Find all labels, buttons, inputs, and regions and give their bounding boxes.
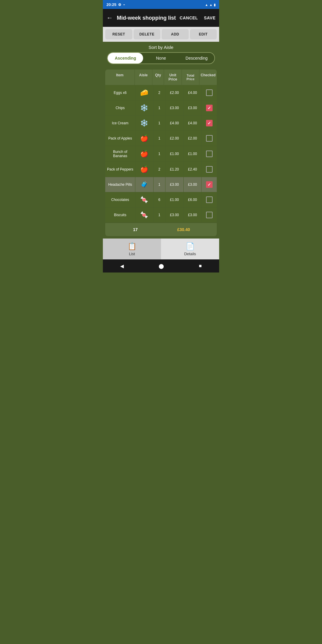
cell-item: Bunch of Bananas <box>105 146 135 162</box>
reset-button[interactable]: RESET <box>105 29 132 39</box>
cell-checked[interactable] <box>202 100 217 115</box>
table-row: Pack of Apples 🍎 1 £2.00 £2.00 <box>105 131 217 146</box>
checkbox[interactable] <box>206 105 213 111</box>
table-footer: 17 £30.40 <box>105 222 217 236</box>
cell-item: Pack of Peppers <box>105 162 135 177</box>
cell-qty: 1 <box>154 208 165 222</box>
aisle-icon: 🧳 <box>140 181 148 188</box>
save-button[interactable]: SAVE <box>204 16 216 20</box>
cell-aisle: 🧀 <box>135 85 154 100</box>
cell-item: Pack of Apples <box>105 131 135 146</box>
details-icon: 📄 <box>186 242 195 250</box>
cell-item: Chocolates <box>105 192 135 207</box>
list-icon: 📋 <box>128 242 137 250</box>
nav-details[interactable]: 📄 Details <box>161 239 219 259</box>
sort-label: Sort by Aisle <box>107 45 215 50</box>
dots-icon <box>123 2 124 7</box>
col-total-price-label: Total <box>187 74 194 77</box>
aisle-icon: 🍬 <box>140 211 148 219</box>
checkbox[interactable] <box>206 196 213 203</box>
col-item: Item <box>105 69 135 85</box>
cell-checked[interactable] <box>202 116 217 131</box>
sort-ascending[interactable]: Ascending <box>108 53 143 64</box>
status-bar-right <box>205 2 216 7</box>
sort-section: Sort by Aisle Ascending None Descending <box>103 42 219 67</box>
cell-qty: 2 <box>154 85 165 100</box>
toolbar: RESET DELETE ADD EDIT <box>103 27 219 42</box>
aisle-icon: 🍎 <box>140 150 148 158</box>
cell-unit-price: £3.00 <box>165 177 184 192</box>
page-title: Mid-week shopping list <box>116 15 177 21</box>
android-home[interactable]: ⬤ <box>159 263 164 269</box>
cell-checked[interactable] <box>202 192 217 207</box>
back-button[interactable]: ← <box>106 14 113 22</box>
nav-list[interactable]: 📋 List <box>103 239 161 259</box>
aisle-icon: 🍬 <box>140 196 148 204</box>
aisle-icon: 🍎 <box>140 165 148 173</box>
cell-unit-price: £3.00 <box>165 208 184 222</box>
cell-item: Biscuits <box>105 208 135 222</box>
table-row: Biscuits 🍬 1 £3.00 £3.00 <box>105 207 217 222</box>
cell-aisle: 🍬 <box>135 192 154 207</box>
android-recent[interactable]: ■ <box>199 263 202 269</box>
cell-checked[interactable] <box>202 208 217 222</box>
cell-item: Chips <box>105 100 135 115</box>
add-button[interactable]: ADD <box>162 29 189 39</box>
checkbox[interactable] <box>206 181 213 188</box>
col-total-price: Total Price <box>182 69 199 85</box>
cell-total-price: £3.00 <box>184 208 202 222</box>
cell-qty: 1 <box>154 131 165 146</box>
table-row: Ice Cream ❄️ 1 £4.00 £4.00 <box>105 115 217 131</box>
android-nav: ◀ ⬤ ■ <box>103 259 219 273</box>
cell-aisle: 🍎 <box>135 131 154 146</box>
aisle-icon: 🧀 <box>140 89 148 97</box>
col-aisle: Aisle <box>135 69 152 85</box>
col-checked: Checked <box>199 69 217 85</box>
cell-qty: 1 <box>154 100 165 115</box>
header: ← Mid-week shopping list CANCEL SAVE <box>103 9 219 27</box>
table-row: Bunch of Bananas 🍎 1 £1.00 £1.00 <box>105 146 217 162</box>
cell-qty: 1 <box>154 116 165 131</box>
sort-none[interactable]: None <box>143 53 179 64</box>
table-container: Item Aisle Qty Unit Price Total Price Ch… <box>105 69 217 236</box>
checkbox[interactable] <box>206 151 213 157</box>
checkbox[interactable] <box>206 120 213 126</box>
cancel-button[interactable]: CANCEL <box>180 16 198 20</box>
checkbox[interactable] <box>206 135 213 142</box>
cell-unit-price: £4.00 <box>165 116 184 131</box>
aisle-icon: ❄️ <box>140 119 148 127</box>
cell-item: Ice Cream <box>105 116 135 131</box>
android-back[interactable]: ◀ <box>120 263 124 269</box>
table-body: Eggs x6 🧀 2 £2.00 £4.00 Chips ❄️ 1 £3.00… <box>105 85 217 222</box>
cell-checked[interactable] <box>202 162 217 177</box>
col-total-price-label2: Price <box>186 77 194 81</box>
nav-list-label: List <box>129 252 135 256</box>
table-row: Chocolates 🍬 6 £1.00 £6.00 <box>105 192 217 207</box>
sort-toggle: Ascending None Descending <box>107 52 215 64</box>
table-row: Pack of Peppers 🍎 2 £1.20 £2.40 <box>105 162 217 177</box>
cell-unit-price: £2.00 <box>165 131 184 146</box>
sort-descending[interactable]: Descending <box>179 53 214 64</box>
signal-icon <box>209 2 213 7</box>
table-row: Eggs x6 🧀 2 £2.00 £4.00 <box>105 85 217 100</box>
cell-qty: 2 <box>154 162 165 177</box>
cell-unit-price: £1.00 <box>165 192 184 207</box>
cell-aisle: ❄️ <box>135 100 154 115</box>
cell-total-price: £2.40 <box>184 162 202 177</box>
cell-qty: 1 <box>154 177 165 192</box>
aisle-icon: 🍎 <box>140 134 148 142</box>
col-qty: Qty <box>152 69 164 85</box>
checkbox[interactable] <box>206 89 213 96</box>
delete-button[interactable]: DELETE <box>134 29 161 39</box>
nav-details-label: Details <box>184 252 196 256</box>
cell-total-price: £4.00 <box>184 116 202 131</box>
cell-checked[interactable] <box>202 177 217 192</box>
table-row: Headache Pills 🧳 1 £3.00 £3.00 <box>105 177 217 192</box>
edit-button[interactable]: EDIT <box>190 29 217 39</box>
cell-checked[interactable] <box>202 146 217 162</box>
cell-checked[interactable] <box>202 85 217 100</box>
cell-checked[interactable] <box>202 131 217 146</box>
checkbox[interactable] <box>206 212 213 218</box>
checkbox[interactable] <box>206 166 213 173</box>
cell-total-price: £3.00 <box>184 100 202 115</box>
